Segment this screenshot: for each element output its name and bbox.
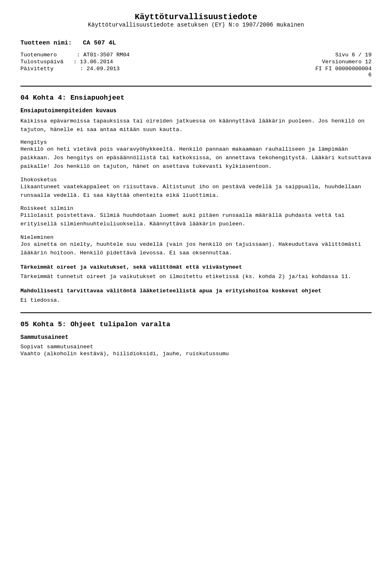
tarkeimmat-text: Tärkeimmät tunnetut oireet ja vaikutukse… — [20, 273, 372, 281]
hengitys-block: Hengitys Henkilö on heti vietävä pois va… — [20, 139, 372, 171]
sopivat-block: Sopivat sammutusaineet Vaahto (alkoholin… — [20, 344, 372, 358]
meta-paivitetty-row: Päivitetty : 24.09.2013 — [20, 65, 196, 78]
ei-tiedossa-text: Ei tiedossa. — [20, 296, 372, 305]
meta-table: Tuotenumero : AT01-3507 RM04 Sivu 6 / 19… — [20, 51, 372, 78]
intro-text: Kaikissa epävarmoissa tapauksissa tai oi… — [20, 117, 372, 134]
nieleminen-title: Nieleminen — [20, 234, 372, 240]
paivitetty-label: Päivitetty — [20, 66, 53, 72]
nieleminen-block: Nieleminen Jos ainetta on nielty, huuhte… — [20, 234, 372, 258]
page-header: Käyttöturvallisuustiedote Käyttöturvalli… — [20, 12, 372, 28]
meta-tulostus-row: Tulostuspäivä : 13.06.2014 — [20, 58, 196, 65]
hengitys-text: Henkilö on heti vietävä pois vaaravyöhyk… — [20, 145, 372, 171]
middle-divider — [20, 312, 372, 313]
product-name-label: Tuotteen nimi: — [20, 40, 72, 47]
meta-version-row: Versionumero 12 — [196, 58, 372, 65]
meta-right-col: Sivu 6 / 19 — [196, 51, 372, 58]
section-04-heading: 04 Kohta 4: Ensiapuohjeet — [20, 94, 372, 102]
sopivat-text: Vaahto (alkoholin kestävä), hiilidioksid… — [20, 350, 372, 358]
fi-value: FI FI 00000000004 — [315, 66, 372, 72]
ihokosketus-block: Ihokosketus Likaantuneet vaatekappaleet … — [20, 177, 372, 200]
paivitetty-value: : 24.09.2013 — [80, 66, 120, 72]
versionumero-label: Versionumero 12 — [322, 59, 372, 65]
tulostuspaiva-label: Tulostuspäivä — [20, 59, 63, 65]
tuotenumero-label: Tuotenumero — [20, 52, 57, 58]
subtitle: Käyttöturvallisuustiedote asetuksen (EY)… — [20, 22, 372, 28]
sopivat-title: Sopivat sammutusaineet — [20, 344, 372, 350]
product-name-value: CA 507 4L — [83, 40, 116, 47]
meta-fi-row: FI FI 00000000004 6 — [196, 65, 372, 78]
top-divider — [20, 86, 372, 87]
product-name-row: Tuotteen nimi: CA 507 4L — [20, 40, 372, 47]
roiskeet-block: Roiskeet silmiin Piilolasit poistettava.… — [20, 205, 372, 229]
roiskeet-title: Roiskeet silmiin — [20, 205, 372, 211]
subsection-ensiapu: Ensiaputoimenpiteiden kuvaus — [20, 107, 372, 114]
ihokosketus-title: Ihokosketus — [20, 177, 372, 183]
tuotenumero-value: : AT01-3507 RM04 — [77, 52, 130, 58]
bold-heading-2: Mahdollisesti tarvittavaa välitöntä lääk… — [20, 288, 372, 294]
bold-heading-1: Tärkeimmät oireet ja vaikutukset, sekä v… — [20, 264, 372, 270]
roiskeet-text: Piilolasit poistettava. Silmiä huuhdotaa… — [20, 211, 372, 229]
section-05: 05 Kohta 5: Ohjeet tulipalon varalta Sam… — [20, 320, 372, 358]
meta-left-col: Tuotenumero : AT01-3507 RM04 — [20, 51, 196, 58]
main-title: Käyttöturvallisuustiedote — [20, 12, 372, 22]
fi-num2: 6 — [368, 72, 372, 78]
tulostuspaiva-value: : 13.06.2014 — [74, 59, 113, 65]
section-04: 04 Kohta 4: Ensiapuohjeet Ensiaputoimenp… — [20, 94, 372, 305]
section-05-heading: 05 Kohta 5: Ohjeet tulipalon varalta — [20, 320, 372, 328]
ihokosketus-text: Likaantuneet vaatekappaleet on riisuttav… — [20, 183, 372, 200]
sivu-label: Sivu 6 / 19 — [335, 52, 372, 58]
nieleminen-text: Jos ainetta on nielty, huuhtele suu vede… — [20, 240, 372, 258]
hengitys-title: Hengitys — [20, 139, 372, 145]
subsection-sammutus: Sammutusaineet — [20, 334, 372, 341]
product-info: Tuotteen nimi: CA 507 4L Tuotenumero : A… — [20, 40, 372, 78]
